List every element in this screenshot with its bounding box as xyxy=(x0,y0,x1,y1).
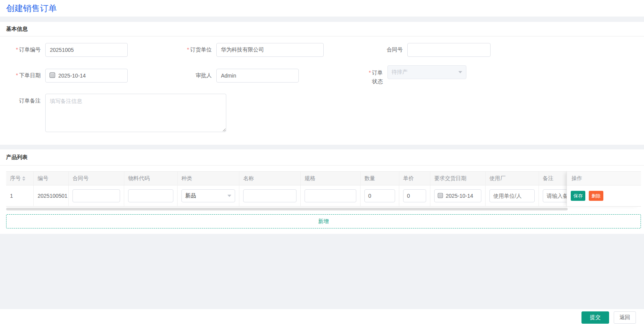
col-header-index: 序号 xyxy=(6,172,34,185)
row-contract-input[interactable] xyxy=(72,189,120,202)
order-status-label: *订单状态 xyxy=(361,65,387,86)
contract-no-input[interactable] xyxy=(407,43,491,57)
row-operation-cell: 保存 删除 xyxy=(567,185,641,207)
contract-no-label: 合同号 xyxy=(361,46,407,53)
order-remark-textarea[interactable] xyxy=(45,94,226,132)
customer-label: *订货单位 xyxy=(177,46,216,53)
calendar-icon xyxy=(49,72,55,79)
calendar-icon xyxy=(438,193,443,199)
basic-info-form: *订单编号 *订货单位 合同号 *下单日期 2025-10-14 xyxy=(0,43,644,145)
col-header-delivery-date: 要求交货日期 xyxy=(430,172,486,185)
row-delete-button[interactable]: 删除 xyxy=(589,191,603,201)
chevron-down-icon xyxy=(458,71,462,73)
col-header-contract: 合同号 xyxy=(69,172,124,185)
product-table-header: 序号 编号 合同号 物料代码 种类 名称 规格 数量 单价 要求交货日期 使用厂… xyxy=(6,171,641,185)
col-header-spec: 规格 xyxy=(301,172,361,185)
customer-item: *订货单位 xyxy=(177,43,361,57)
operation-fixed-column: 操作 保存 删除 xyxy=(567,171,641,207)
col-header-qty: 数量 xyxy=(361,172,399,185)
chevron-down-icon xyxy=(227,195,231,197)
col-header-operation: 操作 xyxy=(567,171,641,185)
order-remark-label: 订单备注 xyxy=(6,94,45,104)
page-title: 创建销售订单 xyxy=(6,3,57,14)
row-qty-input[interactable] xyxy=(364,189,395,202)
product-list-section-title: 产品列表 xyxy=(0,149,644,165)
order-no-item: *订单编号 xyxy=(6,43,177,57)
footer-bar: 提交 返回 xyxy=(0,309,644,326)
order-remark-item: 订单备注 xyxy=(6,94,226,132)
row-price-input[interactable] xyxy=(403,189,426,202)
order-date-item: *下单日期 2025-10-14 xyxy=(6,65,177,86)
product-table: 序号 编号 合同号 物料代码 种类 名称 规格 数量 单价 要求交货日期 使用厂… xyxy=(6,171,641,210)
order-status-item: *订单状态 待排产 xyxy=(361,65,466,86)
row-index: 1 xyxy=(6,185,34,206)
row-spec-input[interactable] xyxy=(305,189,356,202)
product-list-card: 产品列表 序号 编号 合同号 物料代码 种类 名称 规格 数量 单价 要求交货日… xyxy=(0,149,644,234)
row-category-value: 新品 xyxy=(185,192,196,199)
col-header-category: 种类 xyxy=(178,172,239,185)
order-date-picker[interactable]: 2025-10-14 xyxy=(45,69,128,83)
basic-info-card: 基本信息 *订单编号 *订货单位 合同号 *下单日期 xyxy=(0,22,644,145)
col-header-material: 物料代码 xyxy=(124,172,178,185)
row-code: 2025100501 xyxy=(34,185,69,206)
row-save-button[interactable]: 保存 xyxy=(571,191,585,201)
order-date-label: *下单日期 xyxy=(6,72,45,79)
order-date-value: 2025-10-14 xyxy=(58,73,86,79)
required-asterisk: * xyxy=(16,72,18,78)
col-header-price: 单价 xyxy=(399,172,430,185)
required-asterisk: * xyxy=(16,46,18,53)
required-asterisk: * xyxy=(187,46,189,53)
row-material-input[interactable] xyxy=(128,189,173,202)
customer-input[interactable] xyxy=(216,43,324,57)
submit-button[interactable]: 提交 xyxy=(581,311,609,324)
row-factory-input[interactable] xyxy=(489,189,535,202)
basic-info-section-title: 基本信息 xyxy=(0,22,644,36)
order-status-select[interactable]: 待排产 xyxy=(387,65,466,79)
row-delivery-date-value: 2025-10-14 xyxy=(446,193,473,199)
order-no-input[interactable] xyxy=(45,43,128,57)
approver-item: 审批人 xyxy=(177,65,361,86)
row-delivery-date-picker[interactable]: 2025-10-14 xyxy=(434,189,481,202)
back-button[interactable]: 返回 xyxy=(614,311,636,324)
approver-label: 审批人 xyxy=(177,72,216,79)
sort-caret-icon[interactable] xyxy=(22,176,25,181)
col-header-name: 名称 xyxy=(239,172,301,185)
row-category-select[interactable]: 新品 xyxy=(181,189,235,202)
approver-input[interactable] xyxy=(216,69,299,83)
add-row-button[interactable]: 新增 xyxy=(6,214,641,228)
contract-no-item: 合同号 xyxy=(361,43,491,57)
horizontal-scrollbar[interactable] xyxy=(6,208,568,210)
order-status-value: 待排产 xyxy=(392,69,408,76)
table-row: 1 2025100501 新品 2025-10-14 xyxy=(6,185,641,207)
required-asterisk: * xyxy=(369,70,371,76)
col-header-code: 编号 xyxy=(34,172,69,185)
order-no-label: *订单编号 xyxy=(6,46,45,53)
row-name-input[interactable] xyxy=(243,189,296,202)
col-header-factory: 使用厂 xyxy=(486,172,539,185)
page-header: 创建销售订单 xyxy=(0,0,644,17)
